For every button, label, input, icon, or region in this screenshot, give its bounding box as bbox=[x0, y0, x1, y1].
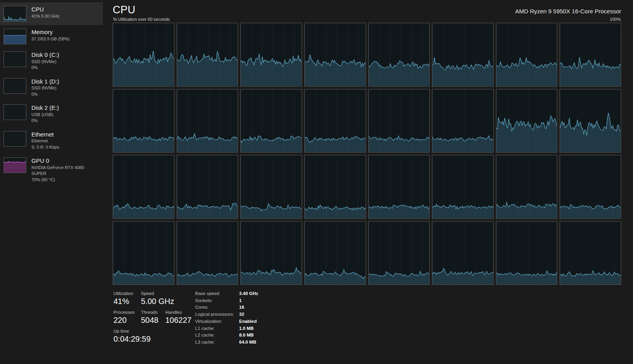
cpu-core-graph-11 bbox=[304, 89, 366, 153]
performance-sidebar: CPU 41% 5.00 GHz Memory 37.2/63.9 GB (58… bbox=[0, 0, 103, 364]
page-title: CPU bbox=[113, 4, 135, 16]
disk2-mini-graph bbox=[4, 104, 26, 120]
cpu-core-graph-25 bbox=[177, 221, 238, 285]
processes-value: 220 bbox=[113, 315, 141, 325]
spec-label: Base speed: bbox=[195, 291, 239, 296]
sidebar-item-disk0[interactable]: Disk 0 (C:) SSD (NVMe) 0% bbox=[0, 48, 103, 75]
spec-label: Virtualization: bbox=[195, 319, 239, 324]
cpu-core-graph-12 bbox=[368, 89, 430, 153]
threads-label: Threads bbox=[141, 310, 165, 315]
threads-value: 5048 bbox=[141, 315, 165, 325]
sidebar-item-detail2: 70% (60 °C) bbox=[31, 177, 100, 183]
utilization-axis-label: % Utilization over 60 seconds bbox=[113, 17, 170, 22]
spec-value: 8.0 MB bbox=[239, 333, 258, 338]
speed-value: 5.00 GHz bbox=[141, 297, 195, 306]
max-scale-label: 100% bbox=[610, 17, 621, 22]
spec-value: 1 bbox=[239, 298, 258, 303]
cpu-core-graph-15 bbox=[560, 89, 621, 153]
disk0-mini-graph bbox=[4, 51, 26, 67]
sidebar-item-disk2[interactable]: Disk 2 (E:) USB (USB) 0% bbox=[0, 101, 103, 127]
disk1-mini-graph bbox=[4, 78, 26, 94]
sidebar-item-detail2: 0% bbox=[31, 91, 59, 97]
sidebar-item-memory[interactable]: Memory 37.2/63.9 GB (58%) bbox=[0, 25, 103, 48]
graph-axis-labels: % Utilization over 60 seconds 100% bbox=[113, 17, 621, 22]
spec-label: Cores: bbox=[195, 305, 239, 310]
sidebar-item-detail: Ethernet bbox=[31, 138, 59, 144]
cpu-core-graph-22 bbox=[496, 155, 558, 219]
cpu-core-graph-14 bbox=[496, 89, 558, 153]
sidebar-item-title: Ethernet bbox=[31, 131, 59, 138]
sidebar-item-ethernet[interactable]: Ethernet Ethernet S: 0 R: 0 Kbps bbox=[0, 127, 103, 154]
cpu-core-graph-30 bbox=[496, 221, 558, 285]
cpu-core-graph-4 bbox=[368, 23, 430, 87]
sidebar-item-detail: NVIDIA GeForce RTX 4080 SUPER bbox=[31, 165, 100, 177]
cpu-core-graph-29 bbox=[432, 221, 494, 285]
sidebar-item-detail2: 0% bbox=[31, 118, 59, 124]
utilization-value: 41% bbox=[113, 297, 141, 306]
gpu-mini-graph bbox=[4, 157, 26, 173]
sidebar-item-disk1[interactable]: Disk 1 (D:) SSD (NVMe) 0% bbox=[0, 75, 103, 101]
cpu-core-graph-9 bbox=[177, 89, 238, 153]
cpu-core-graph-8 bbox=[113, 89, 174, 153]
spec-label: Logical processors: bbox=[195, 312, 239, 317]
cpu-core-graph-16 bbox=[113, 155, 174, 219]
handles-value: 106227 bbox=[165, 315, 195, 325]
sidebar-item-title: CPU bbox=[31, 6, 60, 13]
logical-processor-grid bbox=[113, 23, 621, 285]
sidebar-item-cpu[interactable]: CPU 41% 5.00 GHz bbox=[0, 2, 103, 25]
sidebar-item-detail2: S: 0 R: 0 Kbps bbox=[31, 144, 59, 150]
cpu-core-graph-17 bbox=[177, 155, 238, 219]
memory-mini-graph bbox=[4, 29, 26, 44]
sidebar-item-detail: SSD (NVMe) bbox=[31, 85, 59, 91]
cpu-core-graph-18 bbox=[240, 155, 302, 219]
sidebar-item-title: Disk 0 (C:) bbox=[31, 51, 59, 59]
spec-value: 64.0 MB bbox=[239, 340, 258, 345]
sidebar-item-title: Memory bbox=[31, 29, 70, 36]
processor-name: AMD Ryzen 9 5950X 16-Core Processor bbox=[515, 8, 621, 16]
sidebar-item-title: GPU 0 bbox=[31, 157, 100, 165]
cpu-core-graph-7 bbox=[560, 23, 621, 87]
cpu-core-graph-31 bbox=[560, 221, 621, 285]
task-manager-performance-page: CPU 41% 5.00 GHz Memory 37.2/63.9 GB (58… bbox=[0, 0, 633, 364]
cpu-stats: Utilization Speed 41% 5.00 GHz Processes… bbox=[113, 285, 621, 345]
spec-value: 1.0 MB bbox=[239, 326, 258, 331]
cpu-core-graph-10 bbox=[240, 89, 302, 153]
cpu-performance-panel: CPU AMD Ryzen 9 5950X 16-Core Processor … bbox=[103, 0, 633, 364]
cpu-spec-list: Base speed: 3.40 GHz Sockets: 1 Cores: 1… bbox=[195, 291, 258, 345]
cpu-core-graph-0 bbox=[113, 23, 174, 87]
sidebar-item-title: Disk 2 (E:) bbox=[31, 104, 59, 112]
cpu-header: CPU AMD Ryzen 9 5950X 16-Core Processor bbox=[113, 4, 621, 16]
cpu-core-graph-2 bbox=[240, 23, 302, 87]
cpu-core-graph-26 bbox=[240, 221, 302, 285]
processes-label: Processes bbox=[113, 310, 141, 315]
sidebar-item-detail: 37.2/63.9 GB (58%) bbox=[31, 36, 70, 42]
spec-value: 3.40 GHz bbox=[239, 291, 258, 296]
spec-value: Enabled bbox=[239, 319, 258, 324]
spec-value: 32 bbox=[239, 312, 258, 317]
sidebar-item-title: Disk 1 (D:) bbox=[31, 78, 59, 86]
uptime-label: Up time bbox=[113, 329, 195, 333]
cpu-core-graph-20 bbox=[368, 155, 430, 219]
sidebar-item-detail: SSD (NVMe) bbox=[31, 59, 59, 65]
cpu-core-graph-21 bbox=[432, 155, 494, 219]
handles-label: Handles bbox=[165, 310, 195, 315]
cpu-core-graph-28 bbox=[368, 221, 430, 285]
utilization-label: Utilization bbox=[113, 291, 141, 296]
sidebar-item-gpu0[interactable]: GPU 0 NVIDIA GeForce RTX 4080 SUPER 70% … bbox=[0, 154, 103, 186]
sidebar-item-detail: 41% 5.00 GHz bbox=[31, 13, 60, 19]
cpu-core-graph-13 bbox=[432, 89, 494, 153]
cpu-core-graph-27 bbox=[304, 221, 366, 285]
cpu-mini-graph bbox=[4, 6, 26, 22]
cpu-stats-left: Utilization Speed 41% 5.00 GHz Processes… bbox=[113, 291, 195, 345]
cpu-core-graph-3 bbox=[304, 23, 366, 87]
spec-label: L3 cache: bbox=[195, 340, 239, 345]
cpu-core-graph-23 bbox=[560, 155, 621, 219]
sidebar-item-detail: USB (USB) bbox=[31, 112, 59, 118]
cpu-core-graph-19 bbox=[304, 155, 366, 219]
ethernet-mini-graph bbox=[4, 131, 26, 147]
speed-label: Speed bbox=[141, 291, 195, 296]
spec-label: L1 cache: bbox=[195, 326, 239, 331]
cpu-core-graph-5 bbox=[432, 23, 494, 87]
spec-label: Sockets: bbox=[195, 298, 239, 303]
uptime-value: 0:04:29:59 bbox=[113, 334, 195, 344]
